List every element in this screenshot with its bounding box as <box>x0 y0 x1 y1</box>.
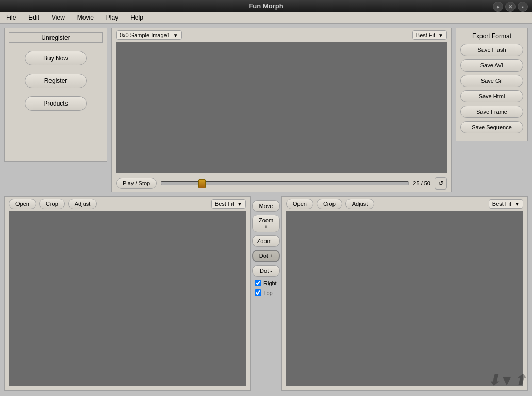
app-title: Fun Morph <box>248 2 283 10</box>
right-fit-selector[interactable]: Best Fit ▼ <box>489 199 523 209</box>
left-image-canvas <box>9 211 246 386</box>
export-panel: Export Format Save Flash Save AVI Save G… <box>456 28 528 141</box>
left-fit-selector[interactable]: Best Fit ▼ <box>211 199 246 209</box>
title-controls[interactable]: ● ✕ ▪ <box>493 2 528 12</box>
export-title: Export Format <box>460 32 523 40</box>
left-fit-label: Best Fit <box>215 201 234 207</box>
scrubber-track[interactable] <box>161 181 409 185</box>
menu-movie[interactable]: Movie <box>75 13 96 22</box>
right-crop-button[interactable]: Crop <box>317 199 342 209</box>
image-dropdown-arrow[interactable]: ▼ <box>173 32 178 38</box>
dot-remove-button[interactable]: Dot - <box>252 265 280 277</box>
left-crop-button[interactable]: Crop <box>39 199 65 209</box>
save-html-button[interactable]: Save Html <box>460 90 523 102</box>
minimize-button[interactable]: ● <box>493 2 503 12</box>
main-content: Unregister Buy Now Register Products 0x0… <box>0 24 532 395</box>
left-panel-header: Open Crop Adjust Best Fit ▼ <box>5 197 250 211</box>
preview-panel: 0x0 Sample Image1 ▼ Best Fit ▼ Play / St… <box>111 28 452 192</box>
buy-now-button[interactable]: Buy Now <box>25 51 87 65</box>
top-checkbox-row: Top <box>253 289 279 296</box>
scrubber-thumb[interactable] <box>198 179 206 188</box>
right-checkbox-row: Right <box>253 280 279 286</box>
zoom-in-button[interactable]: Zoom + <box>252 215 280 232</box>
right-open-button[interactable]: Open <box>286 199 313 209</box>
close-button[interactable]: ▪ <box>518 2 528 12</box>
preview-header: 0x0 Sample Image1 ▼ Best Fit ▼ <box>112 28 451 42</box>
menu-bar: File Edit View Movie Play Help <box>0 12 532 24</box>
save-frame-button[interactable]: Save Frame <box>460 106 523 118</box>
left-open-button[interactable]: Open <box>9 199 36 209</box>
top-checkbox[interactable] <box>255 289 261 296</box>
save-flash-button[interactable]: Save Flash <box>460 44 523 56</box>
menu-play[interactable]: Play <box>104 13 120 22</box>
play-stop-button[interactable]: Play / Stop <box>116 178 157 189</box>
right-checkbox[interactable] <box>255 280 261 286</box>
move-button[interactable]: Move <box>252 200 280 212</box>
maximize-button[interactable]: ✕ <box>505 2 516 12</box>
watermark: ⬇▼⬆ <box>488 372 526 389</box>
save-gif-button[interactable]: Save Gif <box>460 75 523 87</box>
save-avi-button[interactable]: Save AVI <box>460 59 523 72</box>
left-adjust-button[interactable]: Adjust <box>68 199 97 209</box>
frame-count: 25 / 50 <box>413 180 430 186</box>
top-section: Unregister Buy Now Register Products 0x0… <box>4 28 528 192</box>
menu-file[interactable]: File <box>4 13 18 22</box>
menu-view[interactable]: View <box>49 13 67 22</box>
loop-button[interactable]: ↺ <box>435 177 447 190</box>
preview-footer: Play / Stop 25 / 50 ↺ <box>112 175 451 192</box>
tools-panel: Move Zoom + Zoom - Dot + Dot - Right Top <box>251 196 281 391</box>
image-label: 0x0 Sample Image1 <box>120 32 170 38</box>
bottom-section: Open Crop Adjust Best Fit ▼ Move Zoom + … <box>4 196 528 391</box>
top-label: Top <box>263 290 273 296</box>
menu-edit[interactable]: Edit <box>26 13 41 22</box>
fit-dropdown-arrow[interactable]: ▼ <box>438 32 443 38</box>
reg-panel-title: Unregister <box>9 32 103 43</box>
right-fit-arrow[interactable]: ▼ <box>514 201 520 207</box>
fit-label: Best Fit <box>416 32 435 38</box>
products-button[interactable]: Products <box>25 96 87 111</box>
right-fit-label: Best Fit <box>492 201 511 207</box>
registration-panel: Unregister Buy Now Register Products <box>4 28 107 162</box>
right-image-canvas <box>286 211 523 386</box>
save-sequence-button[interactable]: Save Sequence <box>460 121 523 133</box>
right-image-panel: Open Crop Adjust Best Fit ▼ <box>281 196 528 391</box>
right-adjust-button[interactable]: Adjust <box>345 199 375 209</box>
register-button[interactable]: Register <box>25 74 87 88</box>
left-image-panel: Open Crop Adjust Best Fit ▼ <box>4 196 251 391</box>
zoom-out-button[interactable]: Zoom - <box>252 235 280 247</box>
bottom-container: Open Crop Adjust Best Fit ▼ Move Zoom + … <box>4 196 528 391</box>
dot-add-button[interactable]: Dot + <box>252 250 280 262</box>
right-panel-header: Open Crop Adjust Best Fit ▼ <box>282 197 527 211</box>
right-label: Right <box>263 280 277 286</box>
left-fit-arrow[interactable]: ▼ <box>237 201 242 207</box>
title-bar: Fun Morph ● ✕ ▪ <box>0 0 532 12</box>
menu-help[interactable]: Help <box>128 13 145 22</box>
fit-selector[interactable]: Best Fit ▼ <box>412 30 447 40</box>
image-selector[interactable]: 0x0 Sample Image1 ▼ <box>116 30 182 40</box>
preview-canvas <box>116 42 447 173</box>
